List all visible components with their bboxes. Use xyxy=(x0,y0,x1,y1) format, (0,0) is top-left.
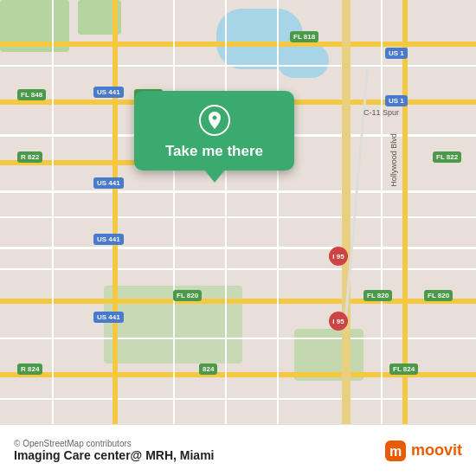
badge-fl824: FL 824 xyxy=(389,363,418,375)
badge-us441-2: US 441 xyxy=(93,177,124,189)
location-pin-icon xyxy=(199,105,230,136)
badge-fl848-1: FL 848 xyxy=(17,89,46,100)
road-minor-v3 xyxy=(225,0,227,424)
badge-fl822: FL 822 xyxy=(433,151,461,163)
svg-text:m: m xyxy=(389,444,402,459)
road-minor-v5 xyxy=(381,0,383,424)
road-us441 xyxy=(113,0,118,424)
road-minor-v1 xyxy=(52,0,54,424)
badge-fl820-2: FL 820 xyxy=(363,290,392,301)
badge-i95-1: I 95 xyxy=(329,247,348,266)
moovit-icon: m xyxy=(383,439,408,463)
bottom-bar: © OpenStreetMap contributors Imaging Car… xyxy=(0,424,476,476)
road-label-hollywood: Hollywood Blvd xyxy=(389,133,398,187)
bottom-info: © OpenStreetMap contributors Imaging Car… xyxy=(14,439,214,462)
road-minor-v4 xyxy=(277,0,279,424)
road-label-c11: C-11 Spur xyxy=(363,108,399,117)
water-area xyxy=(277,43,329,78)
badge-us441-3: US 441 xyxy=(93,234,124,245)
map-container: FL 818 US 441 US 441 US 441 US 441 FL 84… xyxy=(0,0,476,476)
badge-us441-4: US 441 xyxy=(93,312,124,323)
badge-824: 824 xyxy=(199,363,217,375)
road-i95 xyxy=(342,0,351,424)
moovit-logo: m moovit xyxy=(383,439,462,463)
badge-r824: R 824 xyxy=(17,363,42,375)
map-background: FL 818 US 441 US 441 US 441 US 441 FL 84… xyxy=(0,0,476,476)
popup[interactable]: Take me there xyxy=(134,91,294,170)
place-name: Imaging Care center@ MRH, Miami xyxy=(14,448,214,462)
osm-credit: © OpenStreetMap contributors xyxy=(14,439,214,448)
badge-fl818: FL 818 xyxy=(290,31,318,42)
badge-fl820-3: FL 820 xyxy=(424,290,453,301)
moovit-text: moovit xyxy=(411,441,462,460)
road-us1 xyxy=(402,0,408,424)
badge-us1-1: US 1 xyxy=(385,48,408,59)
badge-us441-1: US 441 xyxy=(93,87,124,98)
road-minor-v2 xyxy=(173,0,175,424)
osm-credit-text: © OpenStreetMap contributors xyxy=(14,439,132,448)
popup-label: Take me there xyxy=(165,143,263,160)
badge-fl820-1: FL 820 xyxy=(173,290,202,301)
badge-i95-2: I 95 xyxy=(329,312,348,331)
badge-r822: R 822 xyxy=(17,151,42,163)
badge-us1-2: US 1 xyxy=(385,95,408,106)
